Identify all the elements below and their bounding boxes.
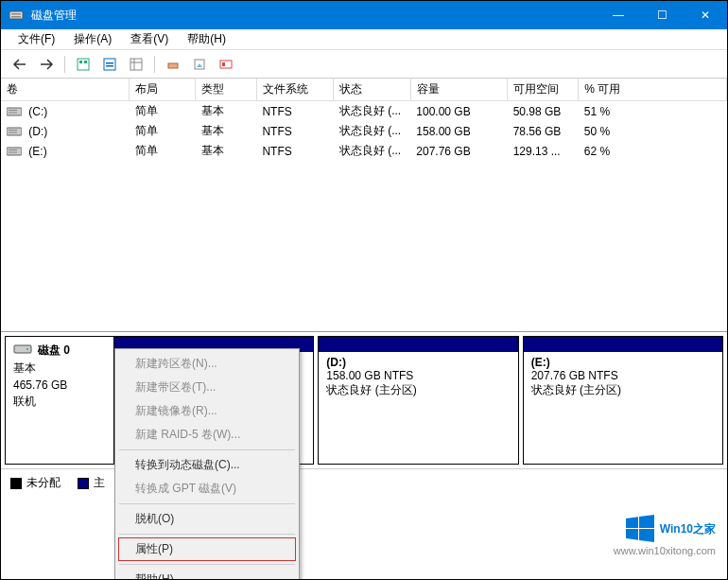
svg-rect-3 — [78, 59, 89, 70]
titlebar[interactable]: 磁盘管理 — ☐ ✕ — [1, 1, 727, 29]
svg-rect-9 — [130, 59, 142, 70]
back-button[interactable] — [9, 54, 31, 75]
column-header[interactable]: 布局 — [130, 79, 196, 101]
toolbar-sep — [154, 56, 155, 73]
svg-rect-20 — [9, 130, 17, 131]
column-header[interactable]: % 可用 — [579, 79, 727, 101]
toolbar-btn-5[interactable] — [188, 54, 211, 75]
svg-rect-0 — [9, 11, 23, 19]
partition-size: 158.00 GB NTFS — [326, 369, 510, 382]
context-menu-item: 新建跨区卷(N)... — [118, 352, 296, 376]
menubar: 文件(F) 操作(A) 查看(V) 帮助(H) — [1, 29, 727, 50]
toolbar-btn-2[interactable] — [98, 54, 121, 75]
svg-rect-14 — [220, 61, 232, 68]
menu-separator — [119, 564, 295, 565]
windows-logo-icon — [626, 515, 654, 543]
column-header[interactable]: 卷 — [1, 79, 130, 101]
column-header[interactable]: 状态 — [334, 79, 410, 101]
svg-rect-21 — [9, 132, 17, 133]
menu-separator — [119, 534, 295, 535]
context-menu-item: 新建带区卷(T)... — [118, 376, 296, 399]
disk-icon — [13, 343, 32, 359]
table-row[interactable]: (C:)简单基本NTFS状态良好 (...100.00 GB50.98 GB51… — [1, 101, 727, 122]
watermark: Win10之家 www.win10xitong.com — [614, 515, 716, 556]
table-row[interactable]: (E:)简单基本NTFS状态良好 (...207.76 GB129.13 ...… — [1, 141, 727, 161]
volume-table-pane[interactable]: 卷布局类型文件系统状态容量可用空间% 可用 (C:)简单基本NTFS状态良好 (… — [1, 79, 727, 332]
column-header[interactable]: 类型 — [196, 79, 257, 101]
table-row[interactable]: (D:)简单基本NTFS状态良好 (...158.00 GB78.56 GB50… — [1, 121, 727, 141]
partition-bar — [319, 337, 517, 352]
toolbar — [1, 50, 727, 79]
context-menu-item: 新建镜像卷(R)... — [118, 399, 296, 423]
legend-swatch — [10, 478, 22, 489]
partition[interactable]: (D:)158.00 GB NTFS状态良好 (主分区) — [318, 336, 518, 465]
partition-status: 状态良好 (主分区) — [326, 382, 510, 398]
partition-status: 状态良好 (主分区) — [531, 382, 715, 398]
svg-rect-19 — [7, 128, 22, 135]
disk-label[interactable]: 磁盘 0 基本 465.76 GB 联机 — [5, 336, 113, 465]
toolbar-btn-6[interactable] — [215, 54, 237, 75]
legend-label: 未分配 — [26, 475, 61, 491]
menu-separator — [119, 503, 295, 504]
disk-type: 基本 — [13, 360, 106, 377]
menu-file[interactable]: 文件(F) — [9, 28, 64, 50]
menu-help[interactable]: 帮助(H) — [178, 28, 235, 50]
svg-rect-25 — [14, 345, 31, 353]
toolbar-btn-4[interactable] — [162, 54, 184, 75]
table-body: (C:)简单基本NTFS状态良好 (...100.00 GB50.98 GB51… — [1, 101, 727, 162]
legend-swatch — [78, 478, 89, 489]
volume-table: 卷布局类型文件系统状态容量可用空间% 可用 (C:)简单基本NTFS状态良好 (… — [1, 79, 727, 161]
partition-label: (E:) — [531, 356, 550, 369]
svg-rect-1 — [11, 13, 21, 15]
forward-button[interactable] — [35, 54, 58, 75]
context-menu-item: 新建 RAID-5 卷(W)... — [118, 423, 296, 447]
svg-rect-22 — [7, 148, 22, 155]
svg-rect-23 — [9, 149, 17, 150]
partition-bar — [524, 337, 722, 352]
partition[interactable]: (E:)207.76 GB NTFS状态良好 (主分区) — [523, 336, 723, 465]
partition-label: (D:) — [326, 356, 346, 369]
column-header[interactable]: 文件系统 — [256, 79, 333, 101]
svg-rect-16 — [7, 108, 22, 115]
window-title: 磁盘管理 — [31, 8, 597, 24]
context-menu-item[interactable]: 属性(P) — [118, 537, 296, 561]
disk-status: 联机 — [13, 394, 106, 410]
svg-rect-2 — [11, 16, 21, 18]
context-menu-item[interactable]: 脱机(O) — [118, 507, 296, 531]
disk-name: 磁盘 0 — [38, 343, 70, 359]
disk-size: 465.76 GB — [13, 378, 106, 392]
context-menu-item: 转换成 GPT 磁盘(V) — [118, 477, 296, 501]
menu-view[interactable]: 查看(V) — [121, 28, 178, 50]
content: 卷布局类型文件系统状态容量可用空间% 可用 (C:)简单基本NTFS状态良好 (… — [1, 79, 727, 579]
toolbar-btn-1[interactable] — [72, 54, 95, 75]
column-header[interactable]: 可用空间 — [508, 79, 579, 101]
context-menu-item[interactable]: 转换到动态磁盘(C)... — [118, 453, 296, 477]
svg-rect-17 — [9, 110, 17, 111]
svg-rect-15 — [222, 62, 225, 66]
menu-action[interactable]: 操作(A) — [64, 28, 121, 50]
legend-label: 主 — [94, 475, 105, 491]
svg-rect-8 — [106, 65, 113, 67]
context-menu-item[interactable]: 帮助(H) — [118, 568, 296, 580]
legend-item: 主 — [78, 475, 105, 491]
minimize-button[interactable]: — — [597, 1, 640, 29]
disk-graph-pane: 磁盘 0 基本 465.76 GB 联机 , 活(D:)158.00 GB NT… — [1, 332, 727, 469]
watermark-url: www.win10xitong.com — [614, 545, 716, 556]
column-header[interactable]: 容量 — [410, 79, 507, 101]
menu-separator — [119, 449, 295, 450]
close-button[interactable]: ✕ — [684, 1, 727, 29]
svg-rect-18 — [9, 113, 17, 114]
table-header-row: 卷布局类型文件系统状态容量可用空间% 可用 — [1, 79, 727, 101]
watermark-text: Win10之家 — [660, 521, 716, 537]
context-menu: 新建跨区卷(N)...新建带区卷(T)...新建镜像卷(R)...新建 RAID… — [114, 348, 300, 580]
svg-rect-4 — [79, 61, 82, 63]
maximize-button[interactable]: ☐ — [640, 1, 684, 29]
svg-rect-5 — [84, 61, 87, 63]
svg-point-26 — [26, 348, 28, 350]
toolbar-sep — [64, 56, 65, 73]
toolbar-btn-3[interactable] — [125, 54, 147, 75]
svg-rect-12 — [168, 63, 178, 68]
window-buttons: — ☐ ✕ — [597, 1, 727, 29]
partition-size: 207.76 GB NTFS — [531, 369, 715, 382]
svg-rect-6 — [104, 59, 115, 70]
